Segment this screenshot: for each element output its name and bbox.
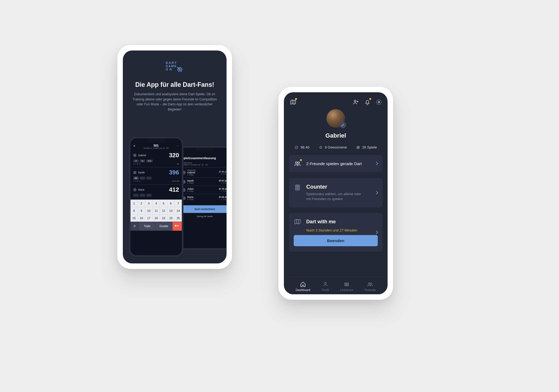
close-icon[interactable]: ✕	[133, 144, 135, 147]
svg-point-8	[357, 147, 359, 148]
stats-row: 98.40 8 Gewonnene 28 Spiele	[289, 145, 383, 149]
svg-point-9	[358, 147, 358, 148]
mockup-summary-phone: Spielzusammenfassung SpielmodusDouble in…	[177, 146, 227, 250]
tab-freunde[interactable]: Freunde	[365, 281, 376, 292]
svg-point-18	[297, 189, 298, 189]
subline: Dokumentiere und analsysiere deine Dart-…	[129, 92, 221, 112]
svg-point-16	[298, 188, 299, 188]
logo-line3: ON	[166, 68, 174, 71]
svg-rect-23	[347, 284, 348, 285]
badge-dot-icon	[295, 98, 297, 100]
score-icon	[344, 281, 350, 287]
map-pin-icon[interactable]	[290, 99, 296, 105]
dart-with-me-time: Noch 3 Stunden und 27 Minuten	[294, 228, 378, 232]
topbar	[289, 97, 383, 108]
svg-point-3	[354, 100, 356, 102]
map-icon	[294, 218, 301, 225]
stat-games: 28 Spiele	[356, 145, 377, 149]
gear-icon[interactable]	[376, 99, 382, 105]
badge-dot-icon	[369, 98, 371, 100]
avg-icon	[295, 145, 298, 149]
friends-icon	[367, 281, 373, 287]
counter-desc: Spielmodus wählen, um alleine oder mit F…	[306, 192, 366, 201]
logo-line1: DART	[166, 61, 177, 64]
key-6[interactable]: 6	[167, 200, 175, 207]
profile-header: Gabriel	[289, 109, 383, 139]
star-icon	[319, 145, 323, 149]
key-zero[interactable]: 0	[130, 222, 139, 231]
key-7[interactable]: 7	[175, 200, 182, 207]
svg-rect-22	[345, 284, 346, 285]
home-icon	[300, 281, 306, 287]
svg-point-10	[295, 162, 297, 164]
nested-mockups: Spielzusammenfassung SpielmodusDouble in…	[123, 135, 227, 259]
svg-point-15	[297, 188, 298, 188]
svg-point-20	[325, 282, 326, 284]
friends-playing-card[interactable]: 2 Freunde spielen gerade Dart	[289, 155, 383, 172]
user-icon	[322, 281, 328, 287]
svg-point-14	[296, 188, 297, 188]
left-phone-frame: DART GAME ON Die App für alle Dart-Fans!…	[117, 45, 232, 269]
badge-dot-icon	[300, 159, 302, 161]
chevron-right-icon	[376, 161, 378, 166]
tabbar: Dashboard Profil Livescore Freunde	[289, 277, 383, 294]
mockup-scoreboard-phone: ✕ 501 Double in, Double out, 3L, 5S ⋯ Ga…	[129, 137, 183, 257]
more-icon[interactable]: ⋯	[176, 144, 179, 147]
add-friend-icon[interactable]	[353, 99, 359, 105]
calculator-icon	[294, 184, 301, 191]
enter-icon	[175, 225, 179, 227]
username: Gabriel	[289, 132, 383, 139]
svg-point-24	[368, 283, 370, 284]
edit-avatar-button[interactable]	[340, 122, 346, 128]
key-5[interactable]: 5	[160, 200, 167, 207]
right-phone-screen: Gabriel 98.40 8 Gewonnene 28 Spiele	[284, 92, 388, 294]
right-phone-frame: Gabriel 98.40 8 Gewonnene 28 Spiele	[278, 87, 393, 300]
key-enter[interactable]	[173, 222, 182, 231]
left-phone-screen: DART GAME ON Die App für alle Dart-Fans!…	[123, 51, 227, 263]
tab-livescore[interactable]: Livescore	[340, 281, 353, 292]
bell-icon[interactable]	[364, 99, 370, 105]
keypad: 1 2 3 4 5 6 7 8 9 10 11	[130, 200, 182, 231]
svg-point-4	[378, 101, 380, 103]
repeat-game-button[interactable]: Spiel wiederholen	[182, 205, 227, 213]
users-icon	[294, 160, 301, 167]
key-2[interactable]: 2	[138, 200, 145, 207]
key-1[interactable]: 1	[130, 200, 138, 207]
headline: Die App für alle Dart-Fans!	[129, 81, 221, 88]
dart-with-me-card: Dart with me Noch 3 Stunden und 27 Minut…	[289, 213, 383, 252]
key-4[interactable]: 4	[153, 200, 160, 207]
svg-point-19	[298, 189, 299, 189]
tab-profil[interactable]: Profil	[322, 281, 329, 292]
stat-avg: 98.40	[295, 145, 310, 149]
svg-rect-13	[296, 186, 299, 187]
key-double[interactable]: Double	[156, 222, 172, 231]
svg-point-25	[370, 283, 372, 284]
logo-line2: GAME	[166, 64, 177, 68]
counter-title: Counter	[306, 184, 366, 190]
chevron-right-icon[interactable]	[376, 230, 378, 234]
svg-point-17	[296, 189, 297, 189]
key-3[interactable]: 3	[145, 200, 153, 207]
counter-card[interactable]: Counter Spielmodus wählen, um alleine od…	[289, 178, 383, 207]
target-icon	[356, 145, 360, 149]
chevron-right-icon	[376, 191, 378, 195]
enough-for-today-link[interactable]: Genug für heute	[179, 215, 227, 220]
tab-dashboard[interactable]: Dashboard	[296, 281, 310, 292]
svg-point-7	[356, 146, 359, 149]
svg-point-11	[298, 162, 300, 164]
svg-line-6	[296, 146, 298, 148]
end-button[interactable]: Beenden	[294, 235, 378, 246]
app-logo: DART GAME ON	[129, 61, 221, 73]
key-triple[interactable]: Triple	[139, 222, 156, 231]
stat-wins: 8 Gewonnene	[319, 145, 347, 149]
